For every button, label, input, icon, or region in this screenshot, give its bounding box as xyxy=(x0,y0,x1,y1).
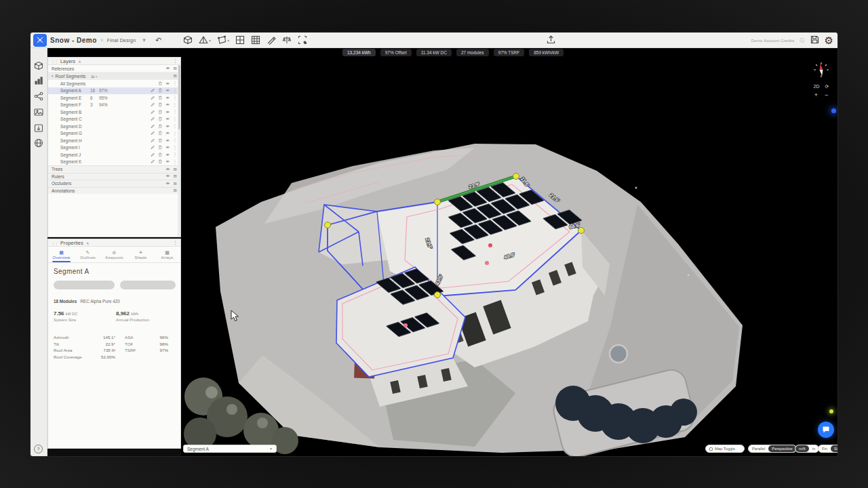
segment-action-button-1[interactable] xyxy=(54,281,115,289)
row-menu-icon[interactable]: ⋮ xyxy=(173,95,178,100)
undo-button[interactable]: ↶ xyxy=(155,36,161,45)
drag-handle-icon[interactable]: ⋮⋮ xyxy=(51,59,58,64)
orbit-button[interactable]: ⟳ xyxy=(825,84,829,89)
view-2d-button[interactable]: 2D xyxy=(814,84,820,89)
rail-export-icon[interactable] xyxy=(34,123,44,134)
row-menu-icon[interactable]: ⋮ xyxy=(173,102,178,108)
measure-scale-tool-button[interactable] xyxy=(282,35,292,45)
row-menu-icon[interactable]: ⋮ xyxy=(173,145,178,150)
chat-support-button[interactable] xyxy=(818,422,834,438)
edit-pencil-icon[interactable] xyxy=(151,138,155,144)
tab-shade[interactable]: ☀Shade xyxy=(127,247,154,262)
paint-tool-button[interactable] xyxy=(267,35,276,45)
row-menu-icon[interactable]: ⋮ xyxy=(173,152,178,157)
roof-vertex-handle[interactable] xyxy=(578,228,585,234)
edit-pencil-icon[interactable] xyxy=(151,124,155,129)
toggle-option-parallel[interactable]: Parallel xyxy=(749,445,768,452)
panel-menu-icon[interactable]: ⋮ xyxy=(173,58,178,64)
delete-trash-icon[interactable] xyxy=(158,131,163,136)
layer-row-segment-g[interactable]: Segment G⋮ xyxy=(48,130,180,138)
rail-analytics-icon[interactable] xyxy=(34,76,44,86)
grid-icon[interactable]: ⊞ xyxy=(174,181,177,186)
help-button[interactable]: ? xyxy=(34,445,43,453)
delete-trash-icon[interactable] xyxy=(158,152,163,158)
edit-pencil-icon[interactable] xyxy=(151,110,155,115)
references-row[interactable]: References ⊞ xyxy=(48,65,180,73)
layer-row-segment-k[interactable]: Segment K⋮ xyxy=(48,159,180,166)
visibility-eye-icon[interactable] xyxy=(165,81,170,87)
visibility-eye-icon[interactable] xyxy=(165,181,170,186)
delete-trash-icon[interactable] xyxy=(158,96,163,101)
layer-row-segment-f[interactable]: Segment F394%⋮ xyxy=(48,102,180,109)
visibility-eye-icon[interactable] xyxy=(165,88,170,94)
row-menu-icon[interactable]: ⋮ xyxy=(173,123,178,129)
delete-trash-icon[interactable] xyxy=(158,110,163,115)
settings-gear-icon[interactable]: ⚙ xyxy=(825,35,833,45)
properties-panel-header[interactable]: ⋮⋮ Properties ∧ ⋮ xyxy=(48,239,180,247)
roof-vertex-handle[interactable] xyxy=(513,174,519,180)
row-menu-icon[interactable]: ⋮ xyxy=(173,109,178,115)
tab-overview[interactable]: ▦Overview xyxy=(48,247,75,262)
delete-trash-icon[interactable] xyxy=(158,124,163,129)
viewport-3d[interactable]: 23.9'11.5'21.5'64.6'44.8'43.5'23.7' 2D ⟳… xyxy=(181,57,837,456)
toggle-option-fin[interactable]: Fin xyxy=(818,445,831,452)
rail-share-icon[interactable] xyxy=(34,92,44,102)
zoom-in-button[interactable]: + xyxy=(814,92,818,98)
drag-handle-icon[interactable]: ⋮⋮ xyxy=(51,241,58,245)
row-menu-icon[interactable]: ⋮ xyxy=(173,131,178,136)
row-menu-icon[interactable]: ⋮ xyxy=(173,88,178,94)
rail-globe-icon[interactable] xyxy=(34,138,44,148)
layer-row-segment-d[interactable]: Segment D⋮ xyxy=(48,123,180,130)
panel-menu-icon[interactable]: ⋮ xyxy=(173,240,178,245)
layer-section-trees[interactable]: Trees⊞ xyxy=(48,165,180,173)
roof-vertex-handle[interactable] xyxy=(435,292,441,298)
zoom-out-button[interactable]: − xyxy=(825,92,828,98)
roof-vertex-handle[interactable] xyxy=(435,199,441,205)
segment-action-button-2[interactable] xyxy=(120,281,176,289)
visibility-eye-icon[interactable] xyxy=(165,167,170,172)
visibility-eye-icon[interactable] xyxy=(165,110,170,115)
layer-section-annotations[interactable]: Annotations⊞ xyxy=(48,187,180,195)
grid-icon[interactable]: ⊞ xyxy=(174,174,177,179)
visibility-eye-icon[interactable] xyxy=(165,131,170,136)
visibility-eye-icon[interactable] xyxy=(165,66,170,71)
layer-section-rulers[interactable]: Rulers⊞ xyxy=(48,173,180,180)
edit-pencil-icon[interactable] xyxy=(151,152,155,158)
tab-keepouts[interactable]: ⊘Keepouts xyxy=(101,247,127,262)
edit-pencil-icon[interactable] xyxy=(151,117,155,122)
edit-pencil-icon[interactable] xyxy=(151,131,155,136)
visibility-eye-icon[interactable] xyxy=(165,145,170,150)
row-menu-icon[interactable]: ⋮ xyxy=(173,159,178,165)
visibility-eye-icon[interactable] xyxy=(165,124,170,129)
layers-scrollbar[interactable] xyxy=(178,65,180,237)
draw-plane-tool-button[interactable]: ▾ xyxy=(217,35,229,45)
collapse-panel-icon[interactable]: ∧ xyxy=(86,241,89,245)
expand-caret-icon[interactable]: ▾ xyxy=(52,74,54,78)
group-extra-icons[interactable]: ⊞ • xyxy=(91,74,97,79)
export-share-button[interactable] xyxy=(546,35,556,47)
compass[interactable] xyxy=(812,61,830,79)
layer-row-segment-e[interactable]: Segment E695%⋮ xyxy=(48,94,180,102)
toggle-option-simple[interactable]: Simple xyxy=(831,445,837,452)
grid-icon[interactable]: ⊞ xyxy=(174,188,177,193)
design-name[interactable]: Final Design xyxy=(107,38,136,43)
rail-design-cube-icon[interactable] xyxy=(34,61,44,71)
delete-trash-icon[interactable] xyxy=(158,138,163,144)
layer-row-segment-i[interactable]: Segment I⋮ xyxy=(48,144,180,152)
layer-row-segment-c[interactable]: Segment C⋮ xyxy=(48,116,180,123)
edit-pencil-icon[interactable] xyxy=(151,96,155,101)
layers-panel-header[interactable]: ⋮⋮ Layers ∧ ⋮ xyxy=(48,58,180,65)
toggle-option-perspective[interactable]: Perspective xyxy=(768,445,795,452)
grid-icon[interactable]: ⊞ xyxy=(174,167,177,172)
app-logo[interactable] xyxy=(33,34,47,47)
visibility-eye-icon[interactable] xyxy=(165,117,170,122)
layer-row-segment-b[interactable]: Segment B⋮ xyxy=(48,108,180,116)
roof-vertex-handle[interactable] xyxy=(325,222,331,228)
visibility-eye-icon[interactable] xyxy=(165,96,170,101)
row-menu-icon[interactable]: ⋮ xyxy=(173,138,178,143)
visibility-eye-icon[interactable] xyxy=(165,174,170,179)
tab-outlines[interactable]: ✎Outlines xyxy=(75,247,101,262)
delete-trash-icon[interactable] xyxy=(158,145,163,150)
visibility-eye-icon[interactable] xyxy=(165,159,170,165)
edit-pencil-icon[interactable] xyxy=(151,159,155,165)
